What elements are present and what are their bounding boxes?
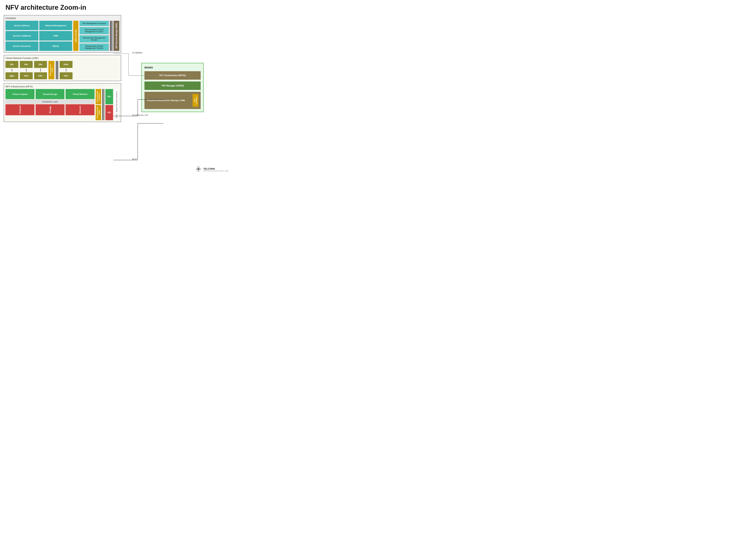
vnfm-box: VNF Manager (VNFM) bbox=[144, 81, 201, 90]
network-slice-mgmt: Network Slice Management Function bbox=[79, 35, 109, 43]
os-manfvo-label: Os-MaNfvo bbox=[132, 51, 142, 54]
physical-network: Network bbox=[65, 104, 95, 115]
oss-bss-box: OSS/BSS Service Delivery Network Managem… bbox=[4, 15, 121, 53]
vnf1-box: VNF1 bbox=[5, 72, 18, 79]
virtual-storage: Virtual Storage bbox=[36, 89, 65, 99]
telcoma-icon bbox=[195, 166, 202, 174]
connector-2 bbox=[26, 69, 26, 72]
vnfn-box: VNFn bbox=[34, 72, 47, 79]
slice-mgmt-functions: Slice Management Functions bbox=[79, 21, 109, 26]
ve-vnfm-label: Ve-Vnfm-em / vnf bbox=[132, 113, 148, 117]
mano-area: MANO NFV Orchestrator (NFVO) VNF Manager… bbox=[141, 63, 230, 112]
mano-inner: NFV Orchestrator (NFVO) VNF Manager (VNF… bbox=[144, 71, 201, 109]
oss-cell-service-assurance: Service Assurance bbox=[5, 41, 38, 51]
left-column: OSS/BSS Service Delivery Network Managem… bbox=[4, 15, 121, 122]
nfvi-virtual-row: Virtual compute Virtual Storage Virtual … bbox=[5, 89, 95, 115]
nfvi-inner: Virtual compute Virtual Storage Virtual … bbox=[5, 89, 119, 120]
vim-container: Virtualized Infrastructure Manager (VIM)… bbox=[144, 92, 201, 109]
nfvi-label: NFV Infrastructure (NFVI) bbox=[5, 85, 119, 88]
isf1-box: ISF₁ bbox=[105, 89, 113, 104]
virtual-network: Virtual Network bbox=[65, 89, 95, 99]
em1-box: EM1 bbox=[5, 61, 18, 68]
mano-sdn-controller: SDN Controller bbox=[193, 94, 198, 107]
oss-cell-billing: Billing bbox=[39, 41, 72, 51]
vnf-group-2: EM2 VNF2 bbox=[20, 61, 33, 79]
vnf-inner: EM1 VNF1 EM2 VNF2 EMn VNFn SDN Contro bbox=[5, 61, 119, 79]
connector-1 bbox=[12, 69, 12, 72]
vnf-group-1: EM1 VNF1 bbox=[5, 61, 18, 79]
telcoma-name: TELCOMA bbox=[203, 167, 229, 170]
physical-compute: Compute bbox=[5, 104, 35, 115]
connector-sem bbox=[66, 69, 66, 72]
nfv-security-manager: NFV Security Manager (NSM) bbox=[114, 21, 119, 51]
oss-grid: Service Delivery Network Management Serv… bbox=[5, 21, 72, 51]
physical-boxes-row: Compute Storage Network bbox=[5, 104, 95, 115]
slice-mgmt-column: Slice Management Functions Communication… bbox=[79, 21, 109, 51]
vnf2-box: VNF2 bbox=[20, 72, 33, 79]
vnf-label: Virtual Network Function (VNF) bbox=[5, 57, 119, 59]
nfvi-security: NFVI – Based Security Functions bbox=[114, 89, 119, 120]
vnf-group-n: EMn VNFn bbox=[34, 61, 47, 79]
nfvi-box: NFV Infrastructure (NFVI) Virtual comput… bbox=[4, 83, 121, 122]
virtualization-layer: Virtualiztion Layer bbox=[5, 100, 95, 103]
telcoma-subtitle: CERTIFICATIONS SINCE 2009 bbox=[203, 170, 229, 172]
em2-box: EM2 bbox=[20, 61, 33, 68]
virtual-boxes-row: Virtual compute Virtual Storage Virtual … bbox=[5, 89, 95, 99]
physical-storage: Storage bbox=[36, 104, 65, 115]
vsf1-box: VSF1 bbox=[60, 72, 73, 79]
connector-n bbox=[40, 69, 41, 72]
sdn-virtual1: SDN Controller (Virtual 1) bbox=[96, 89, 101, 104]
isf-psf-col: ISF₁ PSF bbox=[105, 89, 113, 120]
emn-box: EMn bbox=[34, 61, 47, 68]
sdn-pnf: SDN Controller (PNF) bbox=[96, 105, 101, 120]
vnf-sdn-controller: SDN Controller (VNF) bbox=[48, 61, 54, 79]
oss-cell-network-mgmt: Network Management bbox=[39, 21, 72, 30]
oss-sdn-controller: SDN Controller bbox=[73, 21, 78, 51]
oss-cell-crm: CRM bbox=[39, 31, 72, 40]
page-title: NFV architecture Zoom-in bbox=[0, 0, 233, 13]
oss-bss-label: OSS/BSS bbox=[5, 17, 119, 20]
nf-vi-label: Nf-Vi bbox=[132, 157, 137, 161]
network-slice-subnet-mgmt: Network Slice Subnet Management Function bbox=[79, 43, 109, 51]
sdn-nfvi-col: SDN Controller (Virtual 1) SDN Controlle… bbox=[96, 89, 101, 120]
telcoma-logo: TELCOMA CERTIFICATIONS SINCE 2009 bbox=[195, 166, 229, 174]
sem-vsf-group: SEM1 VSF1 bbox=[60, 61, 73, 79]
mano-box: MANO NFV Orchestrator (NFVO) VNF Manager… bbox=[141, 63, 204, 112]
vnf-box: Virtual Network Function (VNF) EM1 VNF1 … bbox=[4, 55, 121, 81]
telcoma-name-block: TELCOMA CERTIFICATIONS SINCE 2009 bbox=[203, 167, 229, 172]
oss-cell-service-delivery: Service Delivery bbox=[5, 21, 38, 30]
vim-text: Virtualized Infrastructure Manager (VIM) bbox=[147, 99, 185, 101]
psf-box: PSF bbox=[105, 105, 113, 120]
virtual-compute: Virtual compute bbox=[5, 89, 35, 99]
sem1-box: SEM1 bbox=[60, 61, 73, 68]
oss-bss-inner: Service Delivery Network Management Serv… bbox=[5, 21, 119, 51]
mano-label: MANO bbox=[144, 66, 201, 69]
comm-service-mgmt: Communication Service Management Functio… bbox=[79, 27, 109, 34]
oss-cell-service-fulfillment: Service Fulfillment bbox=[5, 31, 38, 40]
nfvo-box: NFV Orchestrator (NFVO) bbox=[144, 71, 201, 80]
